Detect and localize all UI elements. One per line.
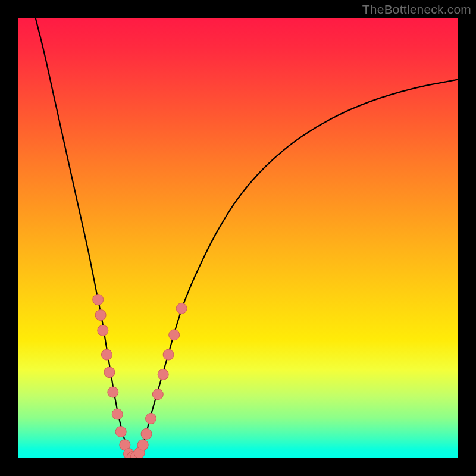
data-marker	[145, 413, 156, 424]
chart-frame: TheBottleneck.com	[0, 0, 476, 476]
data-marker	[163, 349, 174, 360]
data-marker	[169, 330, 180, 340]
right-curve	[137, 80, 458, 458]
data-marker	[108, 387, 118, 397]
data-marker	[95, 310, 106, 321]
data-marker	[112, 409, 123, 419]
chart-plot-area	[18, 18, 458, 458]
data-marker	[152, 389, 163, 400]
data-marker	[101, 349, 112, 360]
watermark-text: TheBottleneck.com	[362, 2, 471, 17]
data-marker	[141, 428, 152, 439]
data-marker	[115, 427, 126, 437]
curve-group	[36, 18, 458, 458]
chart-svg	[18, 18, 458, 458]
data-marker	[104, 367, 115, 378]
data-marker	[158, 369, 168, 380]
data-marker	[98, 325, 108, 336]
data-marker	[176, 303, 187, 314]
data-marker	[93, 295, 104, 305]
data-markers	[93, 295, 187, 458]
data-marker	[137, 440, 148, 450]
